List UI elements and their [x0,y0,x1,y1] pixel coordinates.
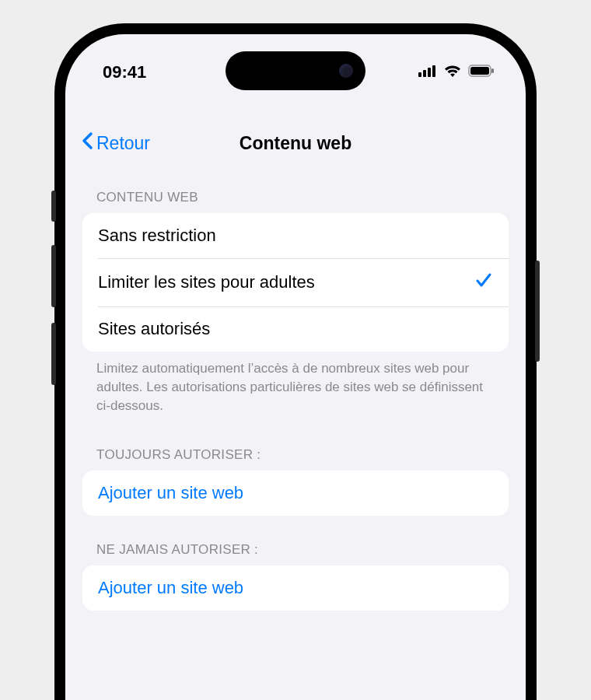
volume-down-button [51,323,56,385]
section-footer-web-content: Limitez automatiquement l’accès à de nom… [82,352,509,415]
svg-rect-1 [423,70,426,77]
add-website-label: Ajouter un site web [98,483,243,503]
section-header-never-allow: NE JAMAIS AUTORISER : [82,542,509,565]
content-scroll[interactable]: CONTENU WEB Sans restriction Limiter les… [65,190,526,700]
section-header-web-content: CONTENU WEB [82,190,509,213]
option-unrestricted[interactable]: Sans restriction [82,213,509,258]
front-camera [339,64,353,78]
add-website-label: Ajouter un site web [98,578,243,598]
back-label: Retour [96,133,150,154]
cellular-signal-icon [418,65,437,80]
status-icons [418,58,495,81]
svg-rect-2 [428,68,431,77]
dynamic-island [226,51,365,90]
page-title: Contenu web [240,133,351,154]
svg-rect-0 [418,72,421,77]
never-allow-group: Ajouter un site web [82,565,509,611]
option-limit-adult[interactable]: Limiter les sites pour adultes [82,258,509,306]
svg-rect-3 [432,65,435,77]
back-button[interactable]: Retour [81,131,150,155]
svg-rect-6 [491,68,494,73]
screen: 09:41 [65,34,526,700]
option-label: Limiter les sites pour adultes [98,272,315,292]
section-header-always-allow: TOUJOURS AUTORISER : [82,447,509,471]
battery-icon [468,65,495,80]
mute-switch [51,191,56,222]
svg-rect-5 [470,67,489,75]
option-label: Sites autorisés [98,319,210,339]
always-allow-group: Ajouter un site web [82,471,509,516]
status-time: 09:41 [103,56,146,82]
option-allowed-sites[interactable]: Sites autorisés [82,306,509,352]
power-button [535,261,540,362]
checkmark-icon [474,271,493,294]
option-label: Sans restriction [98,226,216,246]
navigation-bar: Retour Contenu web [65,120,526,166]
phone-frame: 09:41 [54,23,537,700]
volume-up-button [51,245,56,307]
wifi-icon [443,64,462,81]
chevron-left-icon [81,131,93,155]
add-website-always-allow[interactable]: Ajouter un site web [82,471,509,516]
add-website-never-allow[interactable]: Ajouter un site web [82,565,509,611]
web-content-options: Sans restriction Limiter les sites pour … [82,213,509,352]
